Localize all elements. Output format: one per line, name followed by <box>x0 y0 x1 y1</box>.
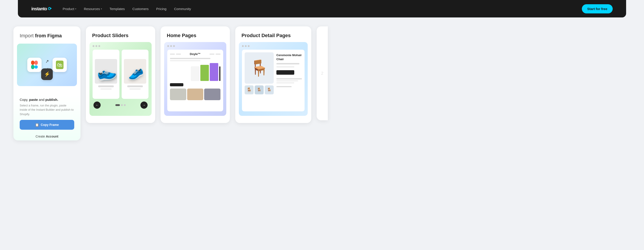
chevron-down-icon: ▾ <box>75 8 76 10</box>
nav-link-pricing[interactable]: Pricing <box>153 5 170 12</box>
dot-3 <box>248 45 250 47</box>
pdp-info-right: Ceremonie Mohair Chair <box>276 52 302 109</box>
copy-frame-button[interactable]: 📋 Copy Frame <box>20 120 74 130</box>
pdp-desc-bar-2 <box>276 80 298 82</box>
book-shadow <box>219 66 220 81</box>
cards-area: Import from Figma ↗ ↙ <box>0 18 644 149</box>
chair-thumbnails: 🪑 🪑 🪑 <box>245 86 274 94</box>
figma-card-body: Copy, paste and publish. Select a frame,… <box>14 96 80 141</box>
figma-subtitle: Select a frame, run the plugin, paste in… <box>20 103 74 116</box>
home-bottom-pad <box>160 116 230 123</box>
svg-rect-4 <box>31 65 34 69</box>
pdp-desc-bar-1 <box>276 78 302 80</box>
nav-item-community[interactable]: Community <box>171 5 194 12</box>
nav-line-2 <box>176 54 181 54</box>
thumb-book <box>170 88 186 100</box>
figma-preview-area: ↗ ↙ 🛍 ⚡ <box>17 44 77 86</box>
pdp-product-name: Ceremonie Mohair Chair <box>276 53 302 61</box>
copy-icon: 📋 <box>35 123 39 126</box>
create-account-button[interactable]: Create Account <box>20 132 74 140</box>
nav-link-community[interactable]: Community <box>171 5 194 12</box>
figma-card-header: Import from Figma <box>14 26 80 39</box>
card-figma: Import from Figma ↗ ↙ <box>14 26 80 140</box>
nav-left: instanto ⟳ Product ▾ Resources ▾ Templat… <box>31 5 194 12</box>
nav-link-product[interactable]: Product ▾ <box>60 5 80 12</box>
thumb-pencils <box>187 88 204 100</box>
svg-point-3 <box>34 65 38 69</box>
slider-nav: ← → <box>92 99 148 110</box>
books-display <box>170 63 220 81</box>
product-sublabel-1 <box>100 88 112 90</box>
nav-item-product[interactable]: Product ▾ <box>60 5 80 12</box>
product-sublabel-2 <box>130 88 141 90</box>
home-nav-lines-left <box>170 54 181 54</box>
nav-links: Product ▾ Resources ▾ Templates Customer… <box>60 5 194 12</box>
card-partial-next: 2 <box>317 26 328 120</box>
figma-icon <box>27 58 42 72</box>
svg-rect-0 <box>31 60 34 65</box>
pdp-buy-button[interactable] <box>276 70 294 75</box>
nav-link-resources[interactable]: Resources ▾ <box>81 5 105 12</box>
nav-link-customers[interactable]: Customers <box>129 5 152 12</box>
nav-item-templates[interactable]: Templates <box>106 5 128 12</box>
card-sliders: Product Sliders 👟 👟 <box>86 26 155 123</box>
sliders-preview: 👟 👟 ← <box>90 42 152 116</box>
partial-indicator: 2 <box>321 71 323 76</box>
dot-2 <box>96 45 97 47</box>
slider-dot-2[interactable] <box>121 104 123 106</box>
card-home: Home Pages Doyle™ <box>160 26 230 123</box>
home-preview-dots <box>167 45 223 47</box>
pdp-rating-bar <box>276 66 294 68</box>
home-bar-1 <box>170 58 210 59</box>
home-cta-btn <box>170 83 183 86</box>
figma-copy-text: Copy, paste and publish. <box>20 98 74 102</box>
card-pdp: Product Detail Pages 🪑 🪑 🪑 🪑 <box>235 26 311 123</box>
chair-main-image: 🪑 <box>245 52 274 84</box>
nav-link-templates[interactable]: Templates <box>106 5 128 12</box>
next-arrow-button[interactable]: → <box>140 102 148 109</box>
dot-2 <box>245 45 247 47</box>
shopify-icon: 🛍 <box>52 58 67 72</box>
pdp-desc-bars <box>276 78 302 84</box>
home-desc-bars <box>170 58 220 61</box>
product-label-1 <box>98 86 114 87</box>
dot-1 <box>242 45 244 47</box>
instant-icon: ⚡ <box>41 68 53 80</box>
shoe-image-2: 👟 <box>124 59 146 84</box>
nav-item-pricing[interactable]: Pricing <box>153 5 170 12</box>
pdp-desc-bar-3 <box>276 82 294 84</box>
nav-item-resources[interactable]: Resources ▾ <box>81 5 105 12</box>
home-thumbs <box>170 88 220 100</box>
home-preview: Doyle™ <box>164 42 226 116</box>
dot-2 <box>170 45 172 47</box>
dot-1 <box>167 45 169 47</box>
home-title: Home Pages <box>160 26 230 42</box>
slider-dot-1[interactable] <box>116 104 120 106</box>
pdp-images-left: 🪑 🪑 🪑 🪑 <box>245 52 274 109</box>
chair-thumb-3[interactable]: 🪑 <box>265 86 274 94</box>
nav-line-1 <box>170 54 175 54</box>
start-for-free-button[interactable]: Start for free <box>582 4 613 14</box>
prev-arrow-button[interactable]: ← <box>94 102 100 109</box>
pdp-preview-dots <box>242 45 304 47</box>
sliders-bottom-pad <box>86 116 155 123</box>
logo[interactable]: instanto ⟳ <box>31 6 52 12</box>
pdp-preview: 🪑 🪑 🪑 🪑 Ceremonie Mohair Chair <box>239 42 308 116</box>
home-inner-preview: Doyle™ <box>167 50 223 111</box>
pdp-bottom-pad <box>235 116 311 123</box>
navbar: instanto ⟳ Product ▾ Resources ▾ Templat… <box>18 0 626 18</box>
product-label-2 <box>127 86 143 87</box>
preview-dots <box>92 45 148 47</box>
sliders-title: Product Sliders <box>86 26 155 42</box>
chair-thumb-1[interactable]: 🪑 <box>245 86 254 94</box>
dot-3 <box>98 45 100 47</box>
book-green <box>200 65 209 81</box>
pdp-size-bar <box>276 86 292 87</box>
book-purple <box>210 63 218 81</box>
chair-thumb-2[interactable]: 🪑 <box>255 86 264 94</box>
thumb-person <box>204 88 220 100</box>
slider-dot-3[interactable] <box>124 104 126 106</box>
nav-item-customers[interactable]: Customers <box>129 5 152 12</box>
home-bar-2 <box>170 60 200 61</box>
dot-1 <box>92 45 94 47</box>
